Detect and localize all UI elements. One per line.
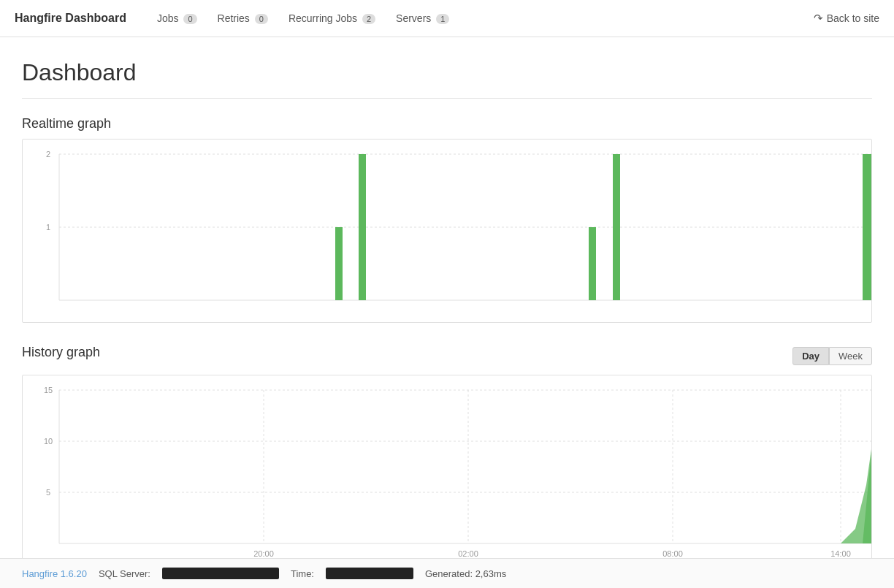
history-section: History graph Day Week (22, 345, 872, 566)
nav-item-retries[interactable]: Retries 0 (209, 8, 277, 28)
generated-label: Generated: 2,63ms (425, 568, 506, 579)
navbar: Hangfire Dashboard Jobs 0 Retries 0 Recu… (0, 0, 894, 37)
realtime-bar-1 (335, 227, 343, 300)
version-link[interactable]: Hangfire 1.6.20 (22, 568, 87, 579)
realtime-bar-5 (863, 154, 871, 300)
time-label: Time: (291, 568, 314, 579)
nav-badge-servers: 1 (436, 14, 449, 24)
main-content: Dashboard Realtime graph 2 1 (0, 37, 894, 588)
back-icon: ↷ (814, 12, 823, 25)
nav-items: Jobs 0 Retries 0 Recurring Jobs 2 Server… (148, 8, 814, 28)
nav-label-retries: Retries (218, 12, 250, 24)
history-y-label-5: 5 (46, 488, 50, 497)
back-label: Back to site (827, 12, 879, 24)
history-y-label-15: 15 (44, 386, 53, 394)
nav-badge-retries: 0 (255, 14, 268, 24)
history-period-buttons: Day Week (792, 347, 872, 365)
back-to-site-button[interactable]: ↷ Back to site (814, 12, 879, 25)
history-chart-container: 15 10 5 20:00 02:00 08:00 14:00 (22, 375, 872, 566)
nav-label-recurring: Recurring Jobs (289, 12, 357, 24)
realtime-graph-svg: 2 1 (23, 140, 871, 322)
history-area-fill (841, 390, 871, 543)
page-title: Dashboard (22, 59, 872, 99)
history-x-label-1400: 14:00 (830, 549, 851, 558)
realtime-y-label-1: 1 (46, 223, 50, 232)
history-x-label-2000: 20:00 (253, 549, 274, 558)
footer: Hangfire 1.6.20 SQL Server: Time: Genera… (0, 558, 894, 588)
nav-item-jobs[interactable]: Jobs 0 (148, 8, 206, 28)
nav-item-servers[interactable]: Servers 1 (387, 8, 458, 28)
realtime-graph-title: Realtime graph (22, 116, 872, 131)
nav-label-jobs: Jobs (157, 12, 179, 24)
realtime-bar-3 (589, 227, 596, 300)
nav-item-recurring[interactable]: Recurring Jobs 2 (280, 8, 384, 28)
sql-server-label: SQL Server: (99, 568, 150, 579)
history-graph-title: History graph (22, 345, 100, 360)
realtime-chart-container: 2 1 (22, 139, 872, 323)
day-button[interactable]: Day (792, 347, 829, 365)
nav-badge-jobs: 0 (183, 14, 196, 24)
brand: Hangfire Dashboard (15, 12, 126, 25)
time-value (326, 568, 413, 579)
history-x-label-0200: 02:00 (458, 549, 478, 558)
history-header: History graph Day Week (22, 345, 872, 367)
nav-label-servers: Servers (396, 12, 431, 24)
week-button[interactable]: Week (829, 347, 872, 365)
sql-server-value (162, 568, 279, 579)
history-graph-svg: 15 10 5 20:00 02:00 08:00 14:00 (23, 375, 871, 565)
realtime-bar-4 (613, 154, 620, 300)
realtime-y-label-2: 2 (46, 150, 50, 159)
nav-badge-recurring: 2 (362, 14, 375, 24)
history-y-label-10: 10 (44, 437, 53, 446)
realtime-bar-2 (359, 154, 366, 300)
history-x-label-0800: 08:00 (662, 549, 683, 558)
